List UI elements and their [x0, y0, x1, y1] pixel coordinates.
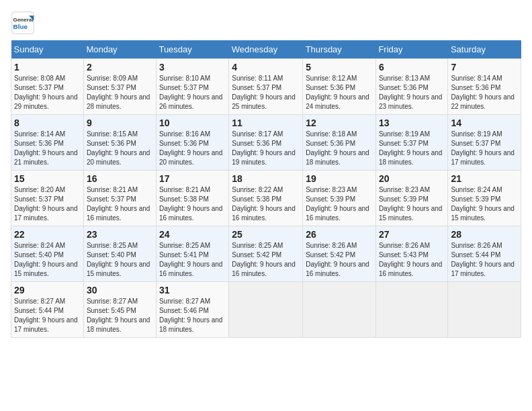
calendar-cell: 3 Sunrise: 8:10 AM Sunset: 5:37 PM Dayli… — [156, 59, 228, 115]
day-info: Sunrise: 8:27 AM Sunset: 5:46 PM Dayligh… — [159, 297, 226, 334]
day-info: Sunrise: 8:14 AM Sunset: 5:36 PM Dayligh… — [14, 130, 81, 167]
day-number: 1 — [14, 62, 81, 73]
day-info: Sunrise: 8:17 AM Sunset: 5:36 PM Dayligh… — [232, 130, 300, 167]
day-number: 13 — [379, 118, 445, 128]
day-info: Sunrise: 8:26 AM Sunset: 5:42 PM Dayligh… — [306, 241, 373, 279]
calendar-cell: 25 Sunrise: 8:25 AM Sunset: 5:42 PM Dayl… — [229, 226, 303, 282]
day-info: Sunrise: 8:15 AM Sunset: 5:36 PM Dayligh… — [87, 130, 153, 167]
calendar-cell: 26 Sunrise: 8:26 AM Sunset: 5:42 PM Dayl… — [303, 226, 376, 282]
day-header-thursday: Thursday — [303, 40, 376, 59]
day-info: Sunrise: 8:24 AM Sunset: 5:40 PM Dayligh… — [14, 241, 81, 279]
day-number: 10 — [159, 118, 226, 128]
day-number: 24 — [159, 229, 226, 240]
day-info: Sunrise: 8:27 AM Sunset: 5:44 PM Dayligh… — [14, 297, 81, 334]
day-info: Sunrise: 8:23 AM Sunset: 5:39 PM Dayligh… — [379, 185, 445, 223]
day-number: 21 — [451, 173, 518, 184]
day-number: 6 — [379, 62, 445, 73]
calendar-cell: 1 Sunrise: 8:08 AM Sunset: 5:37 PM Dayli… — [11, 59, 84, 115]
day-number: 3 — [159, 62, 226, 73]
logo-icon: General Blue — [11, 11, 35, 35]
day-number: 8 — [14, 118, 81, 128]
day-number: 12 — [306, 118, 373, 128]
day-info: Sunrise: 8:20 AM Sunset: 5:37 PM Dayligh… — [14, 185, 81, 223]
day-number: 4 — [232, 62, 300, 73]
day-number: 20 — [379, 173, 445, 184]
day-number: 19 — [306, 173, 373, 184]
day-info: Sunrise: 8:24 AM Sunset: 5:39 PM Dayligh… — [451, 185, 518, 223]
day-header-saturday: Saturday — [448, 40, 521, 59]
calendar-week-2: 8 Sunrise: 8:14 AM Sunset: 5:36 PM Dayli… — [11, 115, 521, 171]
calendar-cell: 18 Sunrise: 8:22 AM Sunset: 5:38 PM Dayl… — [229, 171, 303, 226]
calendar-header-row: SundayMondayTuesdayWednesdayThursdayFrid… — [11, 40, 521, 59]
day-info: Sunrise: 8:21 AM Sunset: 5:38 PM Dayligh… — [159, 185, 226, 223]
calendar-cell: 6 Sunrise: 8:13 AM Sunset: 5:36 PM Dayli… — [375, 59, 448, 115]
day-header-wednesday: Wednesday — [229, 40, 303, 59]
calendar-cell: 9 Sunrise: 8:15 AM Sunset: 5:36 PM Dayli… — [83, 115, 156, 171]
day-info: Sunrise: 8:08 AM Sunset: 5:37 PM Dayligh… — [14, 74, 81, 111]
day-number: 18 — [232, 173, 300, 184]
day-number: 5 — [306, 62, 373, 73]
day-number: 26 — [306, 229, 373, 240]
day-info: Sunrise: 8:22 AM Sunset: 5:38 PM Dayligh… — [232, 185, 300, 223]
calendar-body: 1 Sunrise: 8:08 AM Sunset: 5:37 PM Dayli… — [11, 59, 521, 338]
day-info: Sunrise: 8:25 AM Sunset: 5:41 PM Dayligh… — [159, 241, 226, 279]
day-number: 31 — [159, 285, 226, 295]
calendar-cell: 7 Sunrise: 8:14 AM Sunset: 5:36 PM Dayli… — [448, 59, 521, 115]
day-number: 22 — [14, 229, 81, 240]
calendar-cell: 23 Sunrise: 8:25 AM Sunset: 5:40 PM Dayl… — [83, 226, 156, 282]
day-info: Sunrise: 8:18 AM Sunset: 5:36 PM Dayligh… — [306, 130, 373, 167]
day-info: Sunrise: 8:14 AM Sunset: 5:36 PM Dayligh… — [451, 74, 518, 111]
day-header-friday: Friday — [375, 40, 448, 59]
calendar-cell: 20 Sunrise: 8:23 AM Sunset: 5:39 PM Dayl… — [375, 171, 448, 226]
calendar-cell — [303, 282, 376, 338]
calendar-cell: 2 Sunrise: 8:09 AM Sunset: 5:37 PM Dayli… — [83, 59, 156, 115]
calendar-week-3: 15 Sunrise: 8:20 AM Sunset: 5:37 PM Dayl… — [11, 171, 521, 226]
calendar-cell: 21 Sunrise: 8:24 AM Sunset: 5:39 PM Dayl… — [448, 171, 521, 226]
calendar-cell: 27 Sunrise: 8:26 AM Sunset: 5:43 PM Dayl… — [375, 226, 448, 282]
day-number: 11 — [232, 118, 300, 128]
day-number: 7 — [451, 62, 518, 73]
logo: General Blue — [11, 11, 38, 35]
day-number: 29 — [14, 285, 81, 295]
day-info: Sunrise: 8:25 AM Sunset: 5:42 PM Dayligh… — [232, 241, 300, 279]
day-number: 30 — [87, 285, 153, 295]
day-info: Sunrise: 8:11 AM Sunset: 5:37 PM Dayligh… — [232, 74, 300, 111]
day-number: 2 — [87, 62, 153, 73]
day-info: Sunrise: 8:25 AM Sunset: 5:40 PM Dayligh… — [87, 241, 153, 279]
calendar-cell: 5 Sunrise: 8:12 AM Sunset: 5:36 PM Dayli… — [303, 59, 376, 115]
day-info: Sunrise: 8:13 AM Sunset: 5:36 PM Dayligh… — [379, 74, 445, 111]
calendar-cell: 29 Sunrise: 8:27 AM Sunset: 5:44 PM Dayl… — [11, 282, 84, 338]
calendar-cell: 13 Sunrise: 8:19 AM Sunset: 5:37 PM Dayl… — [375, 115, 448, 171]
day-header-sunday: Sunday — [11, 40, 84, 59]
svg-text:General: General — [13, 17, 34, 23]
day-info: Sunrise: 8:23 AM Sunset: 5:39 PM Dayligh… — [306, 185, 373, 223]
calendar-cell: 31 Sunrise: 8:27 AM Sunset: 5:46 PM Dayl… — [156, 282, 228, 338]
calendar-cell: 19 Sunrise: 8:23 AM Sunset: 5:39 PM Dayl… — [303, 171, 376, 226]
calendar-cell: 24 Sunrise: 8:25 AM Sunset: 5:41 PM Dayl… — [156, 226, 228, 282]
day-number: 17 — [159, 173, 226, 184]
day-info: Sunrise: 8:12 AM Sunset: 5:36 PM Dayligh… — [306, 74, 373, 111]
day-number: 14 — [451, 118, 518, 128]
day-info: Sunrise: 8:10 AM Sunset: 5:37 PM Dayligh… — [159, 74, 226, 111]
day-number: 16 — [87, 173, 153, 184]
day-number: 27 — [379, 229, 445, 240]
page-header: General Blue — [11, 11, 521, 35]
svg-text:Blue: Blue — [13, 23, 28, 30]
calendar-cell: 12 Sunrise: 8:18 AM Sunset: 5:36 PM Dayl… — [303, 115, 376, 171]
day-info: Sunrise: 8:16 AM Sunset: 5:36 PM Dayligh… — [159, 130, 226, 167]
calendar-cell: 10 Sunrise: 8:16 AM Sunset: 5:36 PM Dayl… — [156, 115, 228, 171]
day-header-monday: Monday — [83, 40, 156, 59]
calendar-cell: 15 Sunrise: 8:20 AM Sunset: 5:37 PM Dayl… — [11, 171, 84, 226]
calendar-week-1: 1 Sunrise: 8:08 AM Sunset: 5:37 PM Dayli… — [11, 59, 521, 115]
day-info: Sunrise: 8:19 AM Sunset: 5:37 PM Dayligh… — [379, 130, 445, 167]
calendar-cell: 14 Sunrise: 8:19 AM Sunset: 5:37 PM Dayl… — [448, 115, 521, 171]
day-info: Sunrise: 8:09 AM Sunset: 5:37 PM Dayligh… — [87, 74, 153, 111]
calendar-table: SundayMondayTuesdayWednesdayThursdayFrid… — [11, 40, 521, 338]
calendar-cell: 17 Sunrise: 8:21 AM Sunset: 5:38 PM Dayl… — [156, 171, 228, 226]
calendar-cell: 11 Sunrise: 8:17 AM Sunset: 5:36 PM Dayl… — [229, 115, 303, 171]
day-number: 23 — [87, 229, 153, 240]
day-info: Sunrise: 8:26 AM Sunset: 5:43 PM Dayligh… — [379, 241, 445, 279]
calendar-cell — [229, 282, 303, 338]
calendar-cell: 28 Sunrise: 8:26 AM Sunset: 5:44 PM Dayl… — [448, 226, 521, 282]
day-header-tuesday: Tuesday — [156, 40, 228, 59]
